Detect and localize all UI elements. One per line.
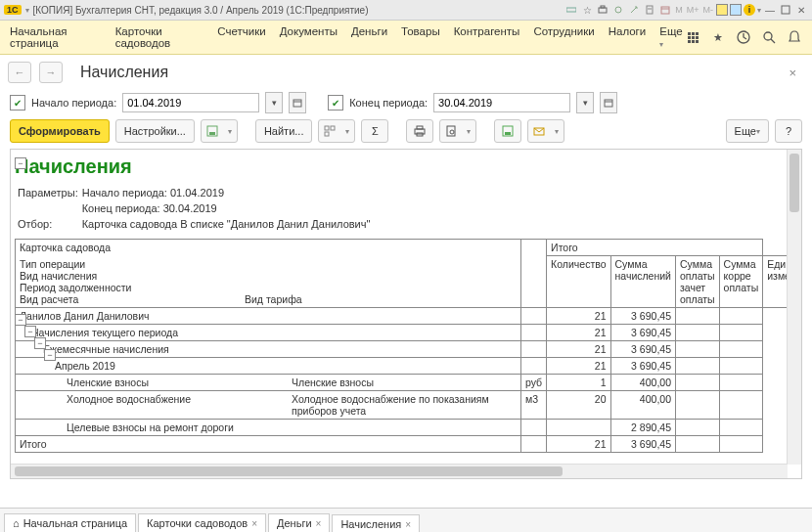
minimize-icon[interactable]: — — [763, 3, 777, 17]
app-menu-caret[interactable]: ▾ — [25, 6, 29, 15]
save-file-button[interactable] — [494, 119, 521, 143]
favorite-icon[interactable]: ☆ — [580, 3, 594, 17]
svg-rect-0 — [566, 8, 576, 12]
link-icon[interactable] — [627, 3, 641, 17]
titlebar-square-blue[interactable] — [730, 4, 742, 16]
horizontal-scrollbar[interactable] — [11, 464, 788, 478]
menu-staff[interactable]: Сотрудники — [533, 25, 594, 49]
start-period-dropdown[interactable]: ▾ — [265, 92, 283, 113]
tab-accruals[interactable]: Начисления× — [332, 514, 420, 532]
maximize-icon[interactable] — [779, 3, 792, 17]
page-title: Начисления — [80, 64, 168, 81]
svg-rect-14 — [605, 100, 612, 107]
filter-label: Отбор: — [17, 217, 79, 231]
table-row: Апрель 2019213 690,45 — [16, 358, 803, 375]
svg-rect-12 — [293, 100, 301, 107]
tab-close-icon[interactable]: × — [405, 519, 411, 530]
bell-icon[interactable] — [787, 29, 802, 45]
calendar-icon[interactable] — [658, 3, 672, 17]
report-toolbar: Сформировать Настройки... ▾ Найти... ▾ Σ… — [0, 115, 812, 147]
end-period-input[interactable] — [433, 93, 570, 112]
calculator-icon[interactable] — [643, 3, 656, 17]
end-period-dropdown[interactable]: ▾ — [576, 92, 594, 113]
menu-money[interactable]: Деньги — [351, 25, 387, 49]
menu-contractors[interactable]: Контрагенты — [454, 25, 520, 49]
apps-icon[interactable] — [685, 29, 700, 45]
col-sum: Сумма начислений — [610, 256, 675, 308]
end-period-checkbox[interactable]: ✔ — [328, 95, 343, 111]
table-row: Данилов Данил Данилович213 690,45 — [16, 308, 803, 325]
tab-close-icon[interactable]: × — [251, 518, 257, 529]
menu-more[interactable]: Еще ▾ — [659, 25, 685, 49]
col-itogo: Итого — [547, 240, 763, 256]
svg-rect-4 — [647, 6, 653, 14]
save-variant-button[interactable]: ▾ — [201, 119, 238, 143]
table-row: Начисления текущего периода213 690,45 — [16, 325, 803, 341]
svg-rect-2 — [601, 6, 605, 8]
m-plus-label[interactable]: M+ — [686, 5, 700, 15]
params-label: Параметры: — [17, 186, 79, 200]
m-minus-label[interactable]: M- — [702, 5, 715, 15]
tab-cards[interactable]: Карточки садоводов× — [138, 513, 266, 532]
menu-meters[interactable]: Счетчики — [217, 25, 265, 49]
svg-rect-8 — [782, 6, 789, 14]
tab-money[interactable]: Деньги× — [268, 513, 330, 532]
form-button[interactable]: Сформировать — [10, 119, 110, 143]
search-icon[interactable] — [761, 29, 777, 45]
print-button[interactable] — [406, 119, 433, 143]
report-params: Параметры:Начало периода: 01.04.2019 Кон… — [15, 184, 373, 233]
svg-point-3 — [615, 7, 621, 13]
table-row: Членские взносыЧленские взносыруб1400,00 — [16, 375, 803, 391]
end-period-label: Конец периода: — [349, 97, 428, 109]
outline-toggle[interactable]: − — [15, 157, 26, 169]
subnav: ← → Начисления × — [0, 55, 812, 90]
expand-groups-button[interactable]: ▾ — [318, 119, 355, 143]
help-button[interactable]: ? — [775, 119, 802, 143]
more-button[interactable]: Еще ▾ — [726, 119, 769, 143]
outline-toggle[interactable]: − — [34, 337, 46, 349]
star-icon[interactable]: ★ — [710, 29, 726, 45]
settings-button[interactable]: Настройки... — [115, 119, 195, 143]
end-period-calendar-icon[interactable] — [600, 92, 617, 113]
start-period-label: Начало периода: — [31, 97, 116, 109]
vertical-scrollbar[interactable] — [787, 150, 801, 465]
svg-point-25 — [450, 130, 454, 134]
report-grid: Карточка садовода Итого Количество Сумма… — [15, 239, 802, 453]
start-period-checkbox[interactable]: ✔ — [10, 95, 25, 111]
outline-toggle[interactable]: − — [15, 314, 26, 326]
menu-home[interactable]: Начальная страница — [10, 25, 102, 49]
tab-close-icon[interactable]: × — [316, 518, 322, 529]
start-period-calendar-icon[interactable] — [289, 92, 306, 113]
print-icon[interactable] — [596, 3, 609, 17]
menu-goods[interactable]: Товары — [401, 25, 440, 49]
outline-toggle[interactable]: − — [24, 326, 36, 337]
history-icon[interactable] — [736, 29, 751, 45]
menu-taxes[interactable]: Налоги — [609, 25, 647, 49]
m-label[interactable]: M — [674, 5, 684, 15]
outline-toggle[interactable]: − — [44, 349, 56, 361]
find-button[interactable]: Найти... — [255, 119, 313, 143]
svg-rect-17 — [209, 132, 215, 135]
svg-rect-19 — [331, 126, 335, 130]
svg-point-10 — [764, 32, 772, 40]
preview-button[interactable]: ▾ — [439, 119, 476, 143]
page-close-icon[interactable]: × — [789, 66, 804, 80]
info-caret[interactable]: ▾ — [757, 6, 761, 15]
sigma-button[interactable]: Σ — [361, 119, 388, 143]
titlebar-icon-nav[interactable] — [564, 3, 578, 17]
col-sumcorr: Сумма корре оплаты — [719, 256, 763, 308]
titlebar-square-yellow[interactable] — [716, 4, 728, 16]
menu-docs[interactable]: Документы — [280, 25, 338, 49]
menu-cards[interactable]: Карточки садоводов — [115, 25, 204, 49]
titlebar-icon-a[interactable] — [611, 3, 625, 17]
nav-forward-button[interactable]: → — [39, 62, 63, 83]
info-icon[interactable]: i — [744, 4, 755, 16]
nav-back-button[interactable]: ← — [8, 62, 31, 83]
send-button[interactable]: ▾ — [527, 119, 564, 143]
table-row: Целевые взносы на ремонт дороги2 890,45 — [16, 420, 803, 436]
menubar: Начальная страница Карточки садоводов Сч… — [0, 21, 812, 55]
start-period-input[interactable] — [122, 93, 259, 112]
close-icon[interactable]: ✕ — [794, 3, 808, 17]
report-title: Начисления — [15, 154, 802, 184]
tab-home[interactable]: ⌂Начальная страница — [4, 513, 136, 532]
